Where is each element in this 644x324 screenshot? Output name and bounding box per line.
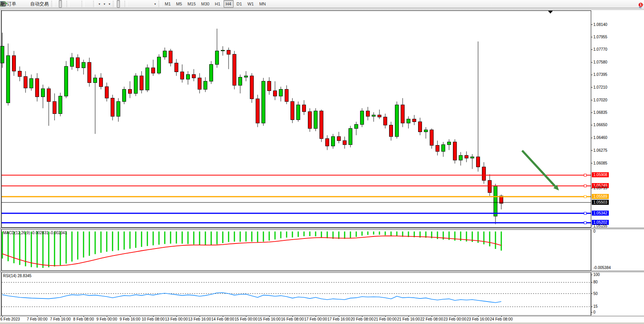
- macd-scale-zero: 0: [593, 229, 596, 233]
- auto-scroll-button[interactable]: [85, 0, 89, 8]
- market-watch-button[interactable]: [18, 0, 21, 8]
- chart-shift-button[interactable]: [89, 0, 92, 8]
- current-price-flag: 1.05503: [592, 200, 609, 205]
- price-axis-tick: 1.07770: [593, 47, 607, 51]
- macd-pane[interactable]: [0, 230, 644, 271]
- candle: [308, 108, 312, 132]
- timeframe-button-m1[interactable]: M1: [162, 0, 173, 8]
- time-axis-label: 7 Feb 00:00: [27, 317, 47, 321]
- dropdown-caret: ▾: [154, 2, 156, 6]
- time-axis-label: 9 Feb 16:00: [120, 317, 140, 321]
- zoom-in-button[interactable]: [70, 0, 73, 8]
- time-axis-tick: [246, 316, 246, 317]
- time-axis-tick: [200, 316, 200, 317]
- zoom-out-button[interactable]: [74, 0, 77, 8]
- timeframe-button-w1[interactable]: W1: [245, 0, 256, 8]
- pane-splitter[interactable]: [0, 271, 644, 272]
- timeframe-toolbar: M1M5M15M30H1H4D1W1MN: [162, 0, 268, 8]
- toolbar-separator: [82, 1, 84, 7]
- time-axis-tick: [107, 316, 107, 317]
- dropdown-caret: ▾: [109, 2, 110, 6]
- timeframe-button-mn[interactable]: MN: [257, 0, 268, 8]
- time-axis-label: 7 Feb 16:00: [50, 317, 70, 321]
- time-axis-label: 24 Feb 08:00: [490, 317, 513, 321]
- macd-label: MACD(12,26,9) -0.002831 -0.002341: [3, 231, 67, 235]
- timeframe-button-m5[interactable]: M5: [174, 0, 184, 8]
- arrows-icon: [0, 1, 6, 7]
- data-window-button[interactable]: [22, 0, 25, 8]
- trendline-button[interactable]: [135, 0, 138, 8]
- time-axis-tick: [455, 316, 455, 317]
- indicators-button[interactable]: ▾: [97, 0, 102, 8]
- bar-chart-button[interactable]: [55, 0, 58, 8]
- line-handle[interactable]: [584, 221, 586, 224]
- toolbar-separator: [67, 1, 69, 7]
- autotrading-button[interactable]: 自动交易: [29, 0, 50, 8]
- vertical-line-button[interactable]: [128, 0, 132, 8]
- fibonacci-button[interactable]: F: [142, 0, 145, 8]
- crosshair-button[interactable]: [120, 0, 123, 8]
- timeframe-button-h4[interactable]: H4: [224, 0, 234, 8]
- toolbar-separator: [51, 1, 54, 7]
- price-chart-pane[interactable]: [0, 10, 644, 228]
- time-axis-label: 21 Feb 16:00: [397, 317, 420, 321]
- candle: [291, 98, 294, 123]
- notification-badge: 1: [638, 2, 643, 7]
- time-axis-tick: [478, 316, 478, 317]
- price-axis-tick: 1.05155: [593, 224, 607, 228]
- price-axis-tick: 1.07210: [593, 85, 607, 89]
- time-axis-tick: [339, 316, 339, 317]
- rsi-scale-tick: 80: [593, 280, 598, 284]
- line-handle[interactable]: [584, 185, 586, 187]
- periods-button[interactable]: ▾: [102, 0, 107, 8]
- cursor-button[interactable]: [117, 0, 120, 8]
- templates-button[interactable]: ▾: [107, 0, 112, 8]
- time-axis-label: 8 Feb 08:00: [73, 317, 94, 321]
- channel-button[interactable]: E: [139, 0, 142, 8]
- timeframe-button-h1[interactable]: H1: [212, 0, 222, 8]
- arrows-button[interactable]: ▾: [153, 0, 157, 8]
- line-handle[interactable]: [584, 174, 586, 176]
- price-axis-tick: 1.07580: [593, 60, 607, 64]
- text-button[interactable]: A: [146, 0, 149, 8]
- time-axis-label: 17 Feb 16:00: [328, 317, 350, 321]
- hline-price-flag: 1.05589: [592, 194, 609, 199]
- rsi-scale-tick: 100: [593, 273, 600, 277]
- pane-splitter[interactable]: [0, 228, 644, 229]
- candle: [395, 101, 399, 139]
- price-axis-tick: 1.06460: [593, 135, 607, 140]
- dropdown-caret: ▾: [104, 2, 105, 6]
- candlestick-chart-button[interactable]: [59, 0, 62, 8]
- price-axis-tick: 1.06835: [593, 110, 607, 115]
- strategy-tester-button[interactable]: [25, 0, 28, 8]
- rsi-scale-tick: 0: [593, 310, 596, 314]
- price-axis-tick: 1.06275: [593, 148, 607, 153]
- candle: [134, 73, 138, 96]
- candle: [233, 51, 236, 89]
- time-axis-label: 15 Feb 00:00: [235, 317, 258, 321]
- timeframe-button-m30[interactable]: M30: [199, 0, 212, 8]
- rsi-label: RSI(14) 28.8345: [3, 274, 31, 278]
- horizontal-line-button[interactable]: [132, 0, 135, 8]
- line-handle[interactable]: [584, 212, 586, 214]
- timeframe-button-d1[interactable]: D1: [234, 0, 244, 8]
- text-label-button[interactable]: T: [149, 0, 152, 8]
- time-axis-tick: [130, 316, 130, 317]
- candle: [262, 78, 265, 126]
- candle: [256, 95, 260, 127]
- candle: [157, 54, 161, 74]
- candle: [360, 108, 364, 127]
- line-chart-button[interactable]: [62, 0, 65, 8]
- time-axis-tick: [60, 316, 61, 317]
- rsi-scale-tick: 15: [593, 304, 598, 309]
- line-handle[interactable]: [584, 195, 586, 198]
- candle: [123, 87, 126, 104]
- rsi-scale-tick: 50: [593, 291, 598, 296]
- time-axis-tick: [84, 316, 84, 317]
- rsi-pane[interactable]: [0, 273, 644, 315]
- price-axis-tick: 1.05715: [593, 186, 607, 190]
- timeframe-button-m15[interactable]: M15: [185, 0, 198, 8]
- toolbar-separator: [93, 1, 96, 7]
- time-axis-tick: [432, 316, 432, 317]
- tile-windows-button[interactable]: [77, 0, 80, 8]
